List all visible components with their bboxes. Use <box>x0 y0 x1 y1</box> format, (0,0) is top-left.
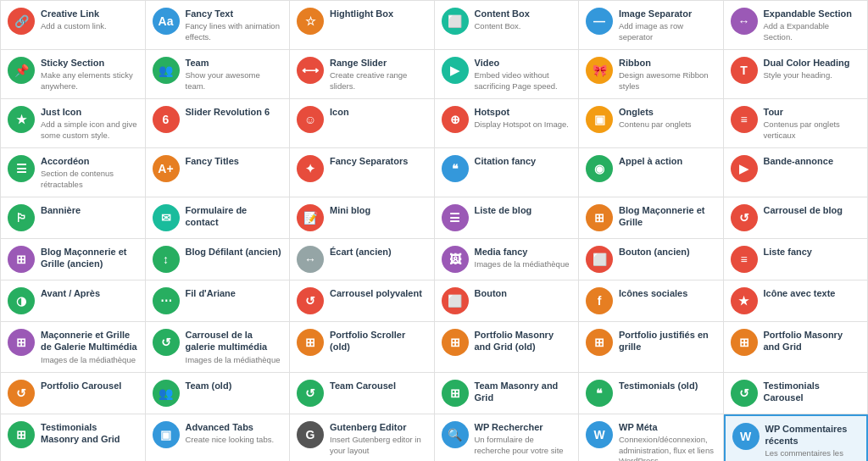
widget-item-ribbon[interactable]: 🎀RibbonDesign awesome Ribbon styles <box>579 50 724 99</box>
widget-title-blog-defilant: Blog Défilant (ancien) <box>186 246 283 258</box>
widget-item-portfolio-scroller[interactable]: ⊞Portfolio Scroller (old) <box>290 322 435 373</box>
widget-item-sticky-section[interactable]: 📌Sticky SectionMake any elements sticky … <box>1 50 146 99</box>
widget-item-carrousel-polyvalent[interactable]: ↺Carrousel polyvalent <box>290 280 435 322</box>
widget-item-blog-defilant[interactable]: ↕Blog Défilant (ancien) <box>146 239 291 280</box>
widget-desc-media-fancy: Images de la médiathèque <box>475 259 572 269</box>
widget-item-fancy-text[interactable]: AaFancy TextFancy lines with animation e… <box>146 1 291 50</box>
widget-item-bouton-ancien[interactable]: ⬜Bouton (ancien) <box>579 239 724 280</box>
widget-desc-wp-rechercher: Un formulaire de recherche pour votre si… <box>475 435 572 456</box>
widget-text-blog-defilant: Blog Défilant (ancien) <box>186 246 283 259</box>
widget-text-just-icon: Just IconAdd a simple icon and give some… <box>41 106 138 141</box>
widget-item-citation-fancy[interactable]: ❝Citation fancy <box>435 148 580 197</box>
widget-title-video: Video <box>475 57 572 69</box>
widget-item-testimonials-old[interactable]: ❝Testimonials (old) <box>579 373 724 414</box>
widget-item-fancy-titles[interactable]: A+Fancy Titles <box>146 148 291 197</box>
widget-desc-carrousel-galerie: Images de la médiathèque <box>186 355 283 365</box>
widget-item-maconnerie-galerie[interactable]: ⊞Maçonnerie et Grille de Galerie Multimé… <box>1 322 146 373</box>
widget-text-highlight-box: Hightlight Box <box>330 8 427 21</box>
widget-item-blog-maconnerie[interactable]: ⊞Blog Maçonnerie et Grille <box>579 197 724 239</box>
widget-title-blog-maconnerie: Blog Maçonnerie et Grille <box>619 204 716 229</box>
widget-item-icone-texte[interactable]: ★Icône avec texte <box>724 280 869 322</box>
widget-item-avant-apres[interactable]: ◑Avant / Après <box>1 280 146 322</box>
widget-item-liste-fancy[interactable]: ≡Liste fancy <box>724 239 869 280</box>
widget-icon-formulaire-contact: ✉ <box>153 204 180 231</box>
widget-item-wp-meta[interactable]: WWP MétaConnexion/déconnexion, administr… <box>579 414 724 461</box>
widget-item-fil-ariane[interactable]: ⋯Fil d'Ariane <box>146 280 291 322</box>
widget-item-expandable-section[interactable]: ↔Expandable SectionAdd a Expandable Sect… <box>724 1 869 50</box>
widget-item-image-separator[interactable]: —Image SeparatorAdd image as row seperat… <box>579 1 724 50</box>
widget-item-testimonials-masonry[interactable]: ⊞Testimonials Masonry and Grid <box>1 414 146 461</box>
widget-icon-portfolio-justifies: ⊞ <box>586 329 613 356</box>
widget-item-formulaire-contact[interactable]: ✉Formulaire de contact <box>146 197 291 239</box>
widget-item-tour[interactable]: ≡TourContenus par onglets verticaux <box>724 99 869 148</box>
widget-text-avant-apres: Avant / Après <box>41 287 138 301</box>
widget-item-accordeon[interactable]: ☰AccordéonSection de contenus rétractabl… <box>1 148 146 197</box>
widget-item-portfolio-justifies[interactable]: ⊞Portfolio justifiés en grille <box>579 322 724 373</box>
widget-item-carrousel-galerie[interactable]: ↺Carrousel de la galerie multimédiaImage… <box>146 322 291 373</box>
widget-item-creative-link[interactable]: 🔗Creative LinkAdd a custom link. <box>1 1 146 50</box>
widget-title-ecart: Écart (ancien) <box>330 246 427 258</box>
widget-item-media-fancy[interactable]: 🖼Media fancyImages de la médiathèque <box>435 239 580 280</box>
widget-item-highlight-box[interactable]: ☆Hightlight Box <box>290 1 435 50</box>
widget-item-hotspot[interactable]: ⊕HotspotDisplay Hotspot on Image. <box>435 99 580 148</box>
widget-item-mini-blog[interactable]: 📝Mini blog <box>290 197 435 239</box>
widget-title-onglets: Onglets <box>619 106 716 118</box>
widget-desc-range-slider: Create creative range sliders. <box>330 70 427 92</box>
widget-icon-expandable-section: ↔ <box>731 8 758 35</box>
widget-item-bouton[interactable]: ⬜Bouton <box>435 280 580 322</box>
widget-title-range-slider: Range Slider <box>330 57 427 69</box>
widget-item-range-slider[interactable]: ⟷Range SliderCreate creative range slide… <box>290 50 435 99</box>
widget-desc-ribbon: Design awesome Ribbon styles <box>619 70 716 92</box>
widget-text-wp-rechercher: WP RechercherUn formulaire de recherche … <box>475 421 572 456</box>
widget-icon-portfolio-masonry-old: ⊞ <box>442 329 469 356</box>
widget-item-advanced-tabs[interactable]: ▣Advanced TabsCreate nice looking tabs. <box>146 414 291 461</box>
widget-item-onglets[interactable]: ▣OngletsContenu par onglets <box>579 99 724 148</box>
widget-item-carrousel-blog[interactable]: ↺Carrousel de blog <box>724 197 869 239</box>
widget-item-wp-commentaires[interactable]: WWP Commentaires récentsLes commentaires… <box>724 414 869 461</box>
widget-item-content-box[interactable]: ⬜Content BoxContent Box. <box>435 1 580 50</box>
widget-item-portfolio-masonry[interactable]: ⊞Portfolio Masonry and Grid <box>724 322 869 373</box>
widget-icon-bande-annonce: ▶ <box>731 155 758 182</box>
widget-item-blog-maconnerie-ancien[interactable]: ⊞Blog Maçonnerie et Grille (ancien) <box>1 239 146 280</box>
widget-item-banniere[interactable]: 🏳Bannière <box>1 197 146 239</box>
widget-icon-creative-link: 🔗 <box>8 8 35 35</box>
widget-title-team-carousel: Team Carousel <box>330 380 427 392</box>
widget-title-gutenberg-editor: Gutenberg Editor <box>330 421 427 433</box>
widget-item-ecart[interactable]: ↔Écart (ancien) <box>290 239 435 280</box>
widget-item-team-old[interactable]: 👥Team (old) <box>146 373 291 414</box>
widget-item-gutenberg-editor[interactable]: GGutenberg EditorInsert Gutenberg editor… <box>290 414 435 461</box>
widget-item-portfolio-carousel[interactable]: ↺Portfolio Carousel <box>1 373 146 414</box>
widget-item-bande-annonce[interactable]: ▶Bande-annonce <box>724 148 869 197</box>
widget-item-dual-color-heading[interactable]: TDual Color HeadingStyle your heading. <box>724 50 869 99</box>
widget-text-blog-maconnerie-ancien: Blog Maçonnerie et Grille (ancien) <box>41 246 138 272</box>
widget-item-testimonials-carousel[interactable]: ↺Testimonials Carousel <box>724 373 869 414</box>
widget-item-team[interactable]: 👥TeamShow your awesome team. <box>146 50 291 99</box>
widget-item-slider-revolution[interactable]: 6Slider Revolution 6 <box>146 99 291 148</box>
widget-item-portfolio-masonry-old[interactable]: ⊞Portfolio Masonry and Grid (old) <box>435 322 580 373</box>
widget-item-video[interactable]: ▶VideoEmbed video without sacrificing Pa… <box>435 50 580 99</box>
widget-icon-carrousel-blog: ↺ <box>731 204 758 231</box>
widget-item-icones-sociales[interactable]: fIcônes sociales <box>579 280 724 322</box>
widget-text-testimonials-old: Testimonials (old) <box>619 380 716 393</box>
widget-title-portfolio-scroller: Portfolio Scroller (old) <box>330 329 427 353</box>
widget-item-icon[interactable]: ☺Icon <box>290 99 435 148</box>
widget-item-team-masonry[interactable]: ⊞Team Masonry and Grid <box>435 373 580 414</box>
widget-icon-accordeon: ☰ <box>8 155 35 182</box>
widget-icon-appel-action: ◉ <box>586 155 613 182</box>
widget-item-appel-action[interactable]: ◉Appel à action <box>579 148 724 197</box>
widget-icon-fancy-text: Aa <box>153 8 180 35</box>
widget-item-wp-rechercher[interactable]: 🔍WP RechercherUn formulaire de recherche… <box>435 414 580 461</box>
widget-item-fancy-separators[interactable]: ✦Fancy Separators <box>290 148 435 197</box>
widget-item-just-icon[interactable]: ★Just IconAdd a simple icon and give som… <box>1 99 146 148</box>
widget-desc-maconnerie-galerie: Images de la médiathèque <box>41 355 138 365</box>
widget-item-team-carousel[interactable]: ↺Team Carousel <box>290 373 435 414</box>
widget-icon-media-fancy: 🖼 <box>442 246 469 273</box>
widget-item-liste-blog[interactable]: ☰Liste de blog <box>435 197 580 239</box>
widget-title-fancy-titles: Fancy Titles <box>186 155 283 167</box>
widget-icon-ribbon: 🎀 <box>586 57 613 84</box>
widget-title-carrousel-polyvalent: Carrousel polyvalent <box>330 287 427 299</box>
widget-title-media-fancy: Media fancy <box>475 246 572 258</box>
widget-desc-sticky-section: Make any elements sticky anywhere. <box>41 70 138 92</box>
widget-icon-avant-apres: ◑ <box>8 287 35 314</box>
widget-icon-mini-blog: 📝 <box>297 204 324 231</box>
